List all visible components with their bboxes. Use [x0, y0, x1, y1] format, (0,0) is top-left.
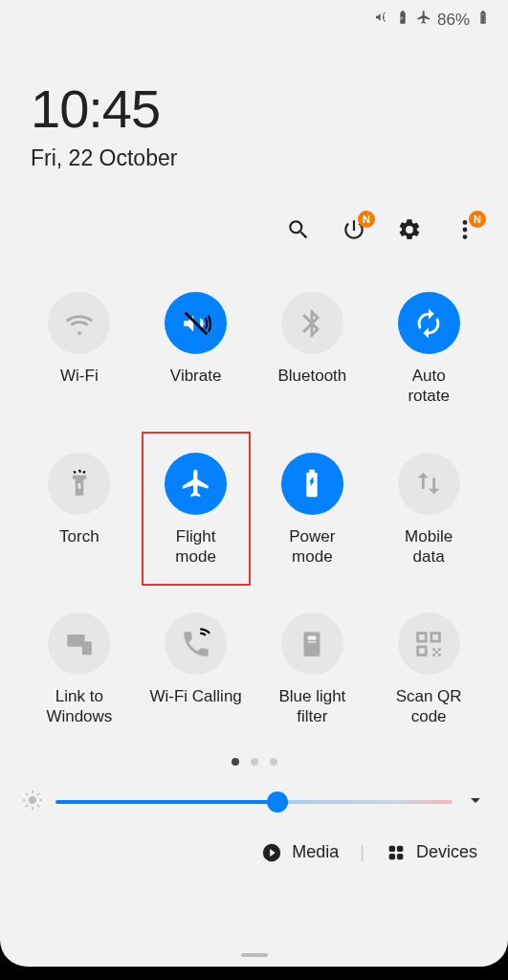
power-toggle[interactable]: [281, 453, 343, 515]
linkwindows-toggle[interactable]: [48, 612, 110, 675]
tile-label: Autorotate: [408, 366, 449, 407]
tile-airplane: Flightmode: [138, 453, 254, 568]
tile-label: Vibrate: [170, 366, 222, 406]
tile-label: Blue lightfilter: [278, 686, 345, 727]
brightness-row: [0, 766, 508, 815]
tile-wificalling: Wi-Fi Calling: [138, 612, 254, 727]
power-button[interactable]: N: [342, 217, 366, 246]
divider: |: [360, 842, 364, 862]
tile-torch: Torch: [21, 453, 138, 568]
search-icon: [286, 217, 311, 242]
bluelight-toggle[interactable]: [281, 612, 343, 675]
media-label: Media: [292, 842, 339, 862]
bluelight-icon: [296, 628, 328, 660]
power-badge: N: [358, 211, 375, 228]
tile-mobiledata: Mobiledata: [370, 453, 487, 568]
tile-label: Bluetooth: [277, 366, 346, 406]
bluetooth-icon: [296, 307, 328, 340]
airplane-toggle[interactable]: [165, 453, 227, 515]
mobiledata-icon: [412, 467, 445, 500]
autorotate-toggle[interactable]: [398, 292, 460, 354]
wifi-toggle[interactable]: [48, 292, 110, 354]
svg-point-2: [463, 234, 468, 239]
bottom-row: Media | Devices: [0, 815, 508, 863]
pager-dot: [270, 758, 277, 766]
bluetooth-toggle[interactable]: [281, 292, 343, 354]
tile-linkwindows: Link toWindows: [21, 612, 138, 727]
pager-dot: [251, 758, 258, 766]
svg-rect-6: [389, 853, 395, 858]
tiles-grid: Wi-FiVibrateBluetoothAutorotateTorchFlig…: [0, 246, 508, 727]
svg-point-0: [463, 220, 468, 225]
vibrate-icon: [180, 307, 212, 340]
tile-bluelight: Blue lightfilter: [254, 612, 371, 727]
status-bar: 86%: [0, 0, 508, 30]
svg-rect-5: [397, 845, 403, 851]
settings-button[interactable]: [397, 217, 422, 246]
tile-wifi: Wi-Fi: [21, 292, 138, 407]
power-icon: [296, 467, 328, 500]
wificalling-icon: [180, 628, 212, 660]
qr-icon: [412, 628, 445, 660]
tile-label: Mobiledata: [405, 526, 453, 568]
mute-icon: [374, 10, 389, 30]
clock-date: Fri, 22 October: [31, 145, 508, 171]
linkwindows-icon: [63, 628, 96, 660]
play-circle-icon: [261, 842, 282, 863]
mobiledata-toggle[interactable]: [398, 453, 460, 515]
pager-dot: [232, 758, 239, 766]
svg-point-3: [29, 796, 36, 804]
torch-icon: [63, 467, 96, 500]
devices-label: Devices: [416, 842, 477, 862]
media-button[interactable]: Media: [261, 842, 339, 863]
svg-point-1: [463, 228, 468, 233]
vibrate-toggle[interactable]: [165, 292, 227, 354]
svg-rect-4: [389, 845, 395, 851]
pager[interactable]: [0, 758, 508, 766]
gear-icon: [397, 217, 422, 242]
tile-qr: Scan QRcode: [370, 612, 487, 727]
tile-label: Powermode: [289, 526, 335, 568]
tile-power: Powermode: [254, 453, 371, 568]
clock-time: 10:45: [31, 78, 508, 140]
battery-icon: [475, 10, 491, 30]
svg-rect-7: [397, 853, 403, 858]
torch-toggle[interactable]: [48, 453, 110, 515]
tile-autorotate: Autorotate: [370, 292, 487, 407]
brightness-expand-button[interactable]: [464, 789, 487, 815]
tile-vibrate: Vibrate: [138, 292, 254, 407]
autorotate-icon: [412, 307, 445, 340]
drag-handle[interactable]: [241, 953, 268, 957]
battery-percentage: 86%: [437, 11, 470, 30]
wificalling-toggle[interactable]: [165, 612, 227, 675]
clock-block[interactable]: 10:45 Fri, 22 October: [0, 30, 508, 171]
tile-label: Link toWindows: [46, 686, 112, 727]
tile-bluetooth: Bluetooth: [254, 292, 371, 407]
airplane-status-icon: [416, 10, 431, 30]
tile-label: Flightmode: [175, 526, 216, 568]
wifi-icon: [63, 307, 96, 340]
slider-track: [55, 800, 453, 804]
quick-settings-panel: 86% 10:45 Fri, 22 October N N Wi-FiVibra…: [0, 0, 508, 967]
toolbar: N N: [0, 171, 508, 246]
chevron-down-icon: [464, 789, 487, 812]
battery-saver-icon: [395, 10, 410, 30]
search-button[interactable]: [286, 217, 311, 246]
airplane-icon: [180, 467, 212, 500]
devices-icon: [386, 842, 407, 863]
tile-label: Scan QRcode: [396, 686, 462, 727]
devices-button[interactable]: Devices: [386, 842, 477, 863]
brightness-slider[interactable]: [55, 800, 453, 804]
slider-thumb[interactable]: [267, 791, 288, 813]
more-badge: N: [469, 211, 486, 228]
brightness-icon: [21, 789, 44, 815]
tile-label: Wi-Fi Calling: [149, 686, 241, 726]
tile-label: Wi-Fi: [60, 366, 99, 406]
qr-toggle[interactable]: [398, 612, 460, 675]
more-button[interactable]: N: [453, 217, 477, 246]
tile-label: Torch: [59, 526, 99, 567]
